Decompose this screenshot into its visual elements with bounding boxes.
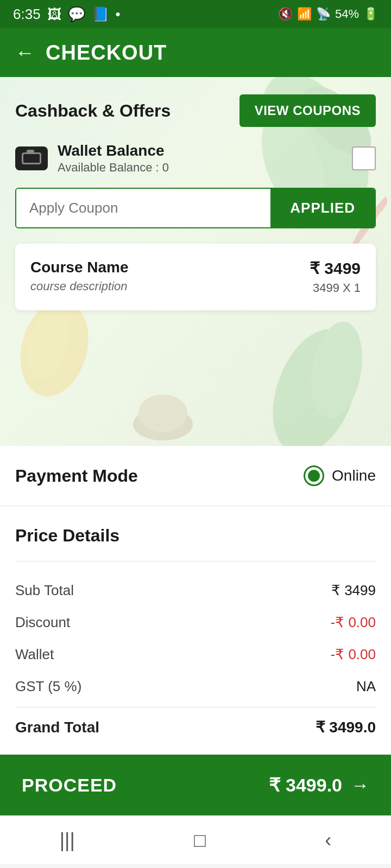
discount-value: -₹ 0.00 — [331, 614, 376, 631]
wifi-icon: 📶 — [297, 7, 312, 21]
wallet-checkbox[interactable] — [352, 146, 376, 170]
message-icon: 💬 — [68, 6, 85, 23]
grand-total-value: ₹ 3499.0 — [316, 718, 376, 736]
price-row-subtotal: Sub Total ₹ 3499 — [15, 575, 376, 607]
payment-mode-section: Payment Mode Online — [0, 446, 391, 506]
wallet-icon-inner — [22, 152, 41, 164]
cashback-header: Cashback & Offers VIEW COUPONS — [15, 94, 376, 127]
wallet-label: Wallet — [15, 646, 54, 663]
course-qty: 3499 X 1 — [310, 281, 361, 295]
nav-back-icon[interactable]: ‹ — [325, 829, 331, 852]
back-button[interactable]: ← — [15, 43, 35, 62]
payment-mode-title: Payment Mode — [15, 466, 138, 486]
course-description: course description — [30, 279, 129, 293]
wallet-value: -₹ 0.00 — [331, 646, 376, 663]
wallet-row: Wallet Balance Available Balance : 0 — [15, 142, 376, 175]
price-divider — [15, 561, 376, 561]
page-title: CHECKOUT — [46, 41, 167, 65]
nav-home-icon[interactable]: □ — [194, 829, 206, 852]
dot-icon: • — [116, 6, 121, 23]
svg-point-8 — [138, 394, 187, 432]
radio-inner — [308, 470, 320, 482]
view-coupons-button[interactable]: VIEW COUPONS — [239, 94, 376, 127]
price-row-wallet: Wallet -₹ 0.00 — [15, 639, 376, 671]
proceed-button[interactable]: PROCEED ₹ 3499.0 → — [0, 755, 391, 815]
subtotal-label: Sub Total — [15, 582, 74, 599]
price-row-discount: Discount -₹ 0.00 — [15, 607, 376, 639]
facebook-icon: 📘 — [92, 6, 109, 23]
wallet-left: Wallet Balance Available Balance : 0 — [15, 142, 169, 175]
coupon-input[interactable] — [16, 189, 270, 227]
wallet-icon — [15, 146, 48, 170]
cashback-title: Cashback & Offers — [15, 101, 171, 121]
price-row-grand-total: Grand Total ₹ 3499.0 — [15, 707, 376, 744]
proceed-amount-value: ₹ 3499.0 — [269, 774, 342, 796]
status-time: 6:35 — [13, 6, 41, 23]
discount-label: Discount — [15, 614, 70, 631]
course-price: ₹ 3499 — [310, 259, 361, 278]
grand-total-label: Grand Total — [15, 719, 99, 736]
status-left: 6:35 🖼 💬 📘 • — [13, 6, 121, 23]
checkout-header: ← CHECKOUT — [0, 28, 391, 77]
online-label: Online — [332, 467, 376, 484]
price-row-gst: GST (5 %) NA — [15, 671, 376, 703]
course-name: Course Name — [30, 259, 129, 276]
cashback-section: Cashback & Offers VIEW COUPONS Wallet Ba… — [0, 77, 391, 446]
proceed-label: PROCEED — [22, 775, 117, 796]
mute-icon: 🔇 — [278, 7, 293, 21]
coupon-row: APPLIED — [15, 188, 376, 228]
gst-label: GST (5 %) — [15, 678, 81, 695]
nav-recent-icon[interactable]: ||| — [60, 829, 75, 852]
wallet-name: Wallet Balance — [58, 142, 169, 159]
proceed-amount: ₹ 3499.0 → — [269, 774, 369, 796]
gallery-icon: 🖼 — [47, 6, 61, 23]
price-details-section: Price Details Sub Total ₹ 3499 Discount … — [0, 506, 391, 755]
nav-bar: ||| □ ‹ — [0, 815, 391, 864]
wallet-balance: Available Balance : 0 — [58, 161, 169, 175]
proceed-arrow-icon: → — [351, 775, 369, 796]
applied-button[interactable]: APPLIED — [270, 189, 375, 227]
price-details-title: Price Details — [15, 526, 376, 546]
course-left: Course Name course description — [30, 259, 129, 293]
course-card: Course Name course description ₹ 3499 34… — [15, 244, 376, 310]
online-toggle[interactable]: Online — [304, 465, 376, 486]
course-right: ₹ 3499 3499 X 1 — [310, 259, 361, 295]
gst-value: NA — [356, 678, 376, 695]
status-bar: 6:35 🖼 💬 📘 • 🔇 📶 📡 54% 🔋 — [0, 0, 391, 28]
status-right: 🔇 📶 📡 54% 🔋 — [278, 7, 378, 21]
signal-icon: 📡 — [316, 7, 331, 21]
wallet-info: Wallet Balance Available Balance : 0 — [58, 142, 169, 175]
battery-icon: 🔋 — [363, 7, 378, 21]
battery-text: 54% — [335, 7, 359, 21]
radio-circle[interactable] — [304, 465, 324, 486]
subtotal-value: ₹ 3499 — [331, 582, 376, 599]
